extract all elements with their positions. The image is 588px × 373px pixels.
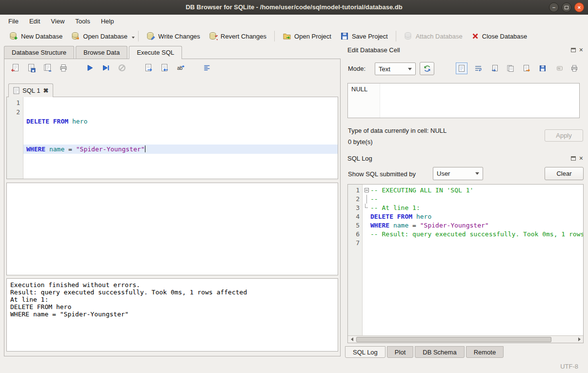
cell-value-area: NULL <box>348 83 380 118</box>
sql-tab-close-icon[interactable]: ✖ <box>43 87 48 94</box>
write-changes-button[interactable]: Write Changes <box>142 30 204 42</box>
open-database-dropdown-icon[interactable] <box>132 37 135 39</box>
import-results-button[interactable] <box>159 62 170 74</box>
execute-line-icon <box>101 63 110 72</box>
export-cell-data-icon <box>523 64 530 72</box>
auto-switch-icon <box>423 64 431 73</box>
cell-size-info: 0 byte(s) <box>348 138 373 145</box>
tab-db-schema[interactable]: DB Schema <box>415 346 464 358</box>
import-cell-data-button[interactable] <box>489 62 501 74</box>
attach-database-button[interactable]: Attach Database <box>400 30 467 42</box>
close-button[interactable]: × <box>574 2 584 12</box>
menu-file[interactable]: File <box>3 16 24 27</box>
tab-remote[interactable]: Remote <box>466 346 504 358</box>
auto-format-button[interactable] <box>201 62 213 74</box>
toolbar-separator <box>274 31 275 41</box>
menu-help[interactable]: Help <box>96 16 120 27</box>
maximize-button[interactable] <box>562 2 571 12</box>
clear-log-button[interactable]: Clear <box>545 167 584 180</box>
tab-browse-data[interactable]: Browse Data <box>76 46 127 59</box>
export-results-button[interactable] <box>142 62 154 74</box>
dock-float-icon[interactable] <box>571 156 576 161</box>
open-project-button[interactable]: Open Project <box>278 30 336 42</box>
open-database-button[interactable]: Open Database <box>67 30 132 42</box>
save-sql-file-button[interactable] <box>25 62 37 74</box>
close-icon: × <box>578 5 581 10</box>
log-filter-value: User <box>437 170 450 177</box>
log-line-4: DELETE FROM hero <box>363 212 583 221</box>
sql-editor-toolbar: ab <box>9 62 213 74</box>
stop-execution-button[interactable] <box>116 62 128 74</box>
revert-changes-button[interactable]: Revert Changes <box>204 30 271 42</box>
tab-sql-log[interactable]: SQL Log <box>345 346 385 358</box>
save-sql-as-icon <box>43 63 52 72</box>
mode-label: Mode: <box>348 65 365 72</box>
sql-editor-tab[interactable]: SQL 1 ✖ <box>8 83 53 97</box>
dock-close-icon[interactable]: × <box>579 156 583 161</box>
menu-tools[interactable]: Tools <box>70 16 95 27</box>
message-line: Result: query executed successfully. Too… <box>10 289 334 296</box>
dock-close-icon[interactable]: × <box>579 47 583 52</box>
log-filter-combobox[interactable]: User <box>433 167 483 180</box>
tab-plot[interactable]: Plot <box>387 346 413 358</box>
message-line: WHERE name = "Spider-Youngster" <box>10 311 334 318</box>
print-button[interactable] <box>58 62 69 74</box>
sql-log-view[interactable]: 1 2 3 4 5 6 7 -- EXECUTING ALL IN 'SQL 1… <box>347 184 584 343</box>
set-null-icon <box>556 65 563 72</box>
scroll-left-icon[interactable] <box>348 336 356 343</box>
cell-value-editor[interactable]: NULL <box>347 83 580 118</box>
edit-text-icon <box>458 64 466 72</box>
sql-editor[interactable]: 1 2 DELETE FROM hero WHERE name = "Spide… <box>6 97 338 179</box>
open-database-icon <box>71 32 80 41</box>
dock-tab-bar: SQL Log Plot DB Schema Remote <box>345 346 505 358</box>
editor-line-numbers: 1 2 <box>7 97 23 179</box>
scrollbar-thumb[interactable] <box>356 337 551 342</box>
print-cell-icon <box>570 64 578 72</box>
export-cell-data-button[interactable] <box>521 62 532 74</box>
editor-line-1: DELETE FROM hero <box>23 117 338 126</box>
scroll-right-icon[interactable] <box>575 336 583 343</box>
save-sql-as-button[interactable] <box>41 62 53 74</box>
open-sql-file-icon <box>11 63 20 72</box>
menu-edit[interactable]: Edit <box>24 16 45 27</box>
mode-value: Text <box>379 65 390 73</box>
save-project-button[interactable]: Save Project <box>336 30 392 42</box>
fold-collapse-icon[interactable] <box>365 188 369 192</box>
toolbar-separator <box>396 31 396 41</box>
auto-switch-mode-button[interactable] <box>420 62 434 75</box>
tab-database-structure[interactable]: Database Structure <box>4 46 74 59</box>
open-project-icon <box>283 32 291 41</box>
title-bar[interactable]: DB Browser for SQLite - /home/user/code/… <box>0 0 588 15</box>
tab-execute-sql[interactable]: Execute SQL <box>129 46 182 59</box>
menu-view[interactable]: View <box>45 16 70 27</box>
menu-bar: File Edit View Tools Help <box>0 15 588 27</box>
apply-button[interactable]: Apply <box>545 129 583 142</box>
print-cell-button[interactable] <box>568 62 580 74</box>
save-cell-data-button[interactable] <box>537 62 548 74</box>
execution-message-area[interactable]: Execution finished without errors. Resul… <box>6 278 338 352</box>
sql-log-title: SQL Log <box>347 155 372 162</box>
word-wrap-button[interactable] <box>472 62 484 74</box>
execute-all-button[interactable] <box>84 62 96 74</box>
editor-code-area[interactable]: DELETE FROM hero WHERE name = "Spider-Yo… <box>23 97 338 179</box>
set-null-button[interactable] <box>554 62 566 74</box>
dock-float-icon[interactable] <box>571 48 576 52</box>
edit-text-button[interactable] <box>456 62 467 74</box>
mode-combobox[interactable]: Text <box>375 62 416 75</box>
results-grid[interactable] <box>6 183 338 275</box>
sql-log-dock-header: SQL Log × <box>347 153 585 163</box>
attach-database-label: Attach Database <box>416 33 463 40</box>
chevron-down-icon <box>408 68 412 70</box>
execute-line-button[interactable] <box>100 62 112 74</box>
new-database-label: New Database <box>21 33 62 40</box>
new-database-button[interactable]: New Database <box>5 30 67 42</box>
close-database-button[interactable]: Close Database <box>467 30 532 42</box>
open-sql-file-button[interactable] <box>9 62 21 74</box>
minimize-button[interactable]: – <box>549 2 559 12</box>
find-replace-button[interactable]: ab <box>175 62 186 74</box>
cell-type-info: Type of data currently in cell: NULL <box>348 127 446 134</box>
log-line-numbers: 1 2 3 4 5 6 7 <box>348 185 363 335</box>
copy-cell-data-button[interactable] <box>505 62 516 74</box>
horizontal-scrollbar[interactable] <box>348 335 583 343</box>
import-cell-data-icon <box>491 64 499 72</box>
